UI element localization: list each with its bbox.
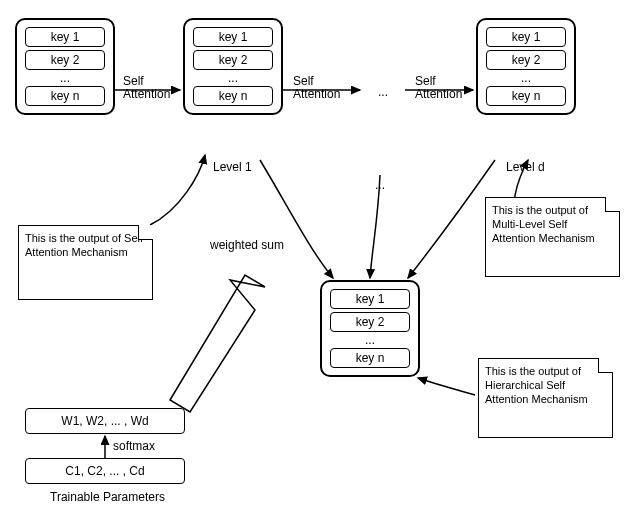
arrow-label-self-attention-1: Self Attention	[123, 75, 170, 101]
note-text: This is the output of Self Attention Mec…	[25, 232, 143, 258]
key-item: key 2	[330, 312, 410, 332]
note-fold-icon	[138, 225, 153, 240]
block-output: key 1 key 2 ... key n	[320, 280, 420, 377]
note-text: This is the output of Multi-Level Self A…	[492, 204, 595, 244]
arrow-label-self-attention-3: Self Attention	[415, 75, 462, 101]
top-ellipsis: ...	[378, 85, 388, 99]
note-text: This is the output of Hierarchical Self …	[485, 365, 588, 405]
ellipsis: ...	[482, 71, 570, 85]
arrow-label-self-attention-2: Self Attention	[293, 75, 340, 101]
key-item: key 2	[25, 50, 105, 70]
key-item: key 1	[330, 289, 410, 309]
note-fold-icon	[605, 197, 620, 212]
key-item: key 2	[486, 50, 566, 70]
weighted-sum-label: weighted sum	[210, 238, 284, 252]
weights-box: W1, W2, ... , Wd	[25, 408, 185, 434]
level-d-caption: Level d	[506, 160, 545, 174]
level-1-caption: Level 1	[213, 160, 252, 174]
key-item: key n	[193, 86, 273, 106]
note-hierarchical: This is the output of Hierarchical Self …	[478, 358, 613, 438]
block-level-d: key 1 key 2 ... key n	[476, 18, 576, 115]
mid-ellipsis: ...	[375, 178, 385, 192]
key-item: key 1	[25, 27, 105, 47]
trainable-params-caption: Trainable Parameters	[50, 490, 165, 504]
key-item: key 2	[193, 50, 273, 70]
key-item: key n	[486, 86, 566, 106]
softmax-label: softmax	[113, 439, 155, 453]
note-fold-icon	[598, 358, 613, 373]
key-item: key 1	[486, 27, 566, 47]
key-item: key 1	[193, 27, 273, 47]
ellipsis: ...	[326, 333, 414, 347]
note-multi-level: This is the output of Multi-Level Self A…	[485, 197, 620, 277]
ellipsis: ...	[21, 71, 109, 85]
key-item: key n	[25, 86, 105, 106]
key-item: key n	[330, 348, 410, 368]
block-level-1: key 1 key 2 ... key n	[183, 18, 283, 115]
ellipsis: ...	[189, 71, 277, 85]
block-input: key 1 key 2 ... key n	[15, 18, 115, 115]
coeffs-box: C1, C2, ... , Cd	[25, 458, 185, 484]
note-self-attention-output: This is the output of Self Attention Mec…	[18, 225, 153, 300]
